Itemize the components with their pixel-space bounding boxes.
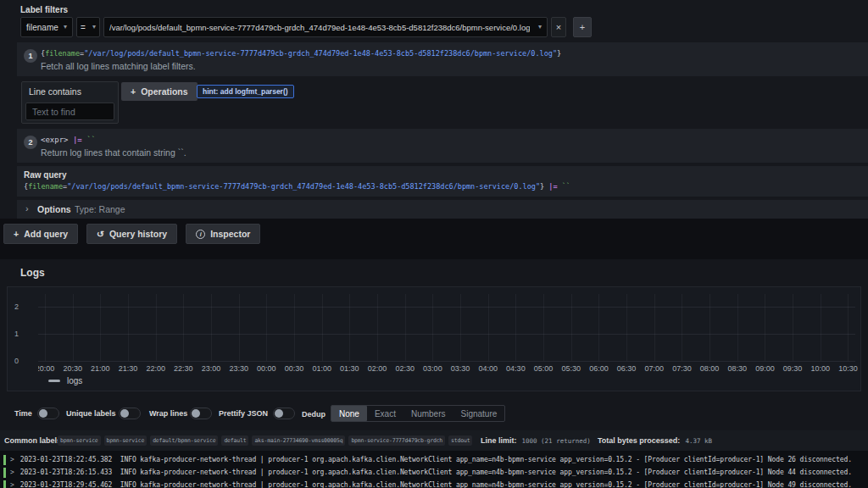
x-axis-tick: 10:00 bbox=[810, 364, 830, 373]
line-limit-label: Line limit: bbox=[481, 436, 517, 445]
add-query-button[interactable]: + Add query bbox=[3, 224, 78, 244]
x-axis-tick: 05:00 bbox=[534, 364, 554, 373]
x-axis-tick: 22:30 bbox=[174, 364, 193, 373]
prettify-json-toggle-label: Prettify JSON bbox=[219, 409, 268, 418]
expand-row-icon[interactable]: > bbox=[10, 481, 14, 488]
x-axis-tick: 02:30 bbox=[395, 364, 415, 373]
label-filters-title: Label filters bbox=[20, 5, 68, 14]
logs-panel: Logs 2 1 0 20:0020:3021:0021:3022:0022:3… bbox=[0, 259, 868, 488]
code-label-key: filename bbox=[28, 182, 63, 191]
gridline bbox=[266, 294, 267, 361]
gridline bbox=[156, 294, 157, 361]
explain-step-1: 1 {filename="/var/log/pods/default_bpmn-… bbox=[17, 42, 868, 76]
common-labels-label: Common labels: bbox=[4, 436, 64, 445]
info-icon: i bbox=[196, 230, 205, 239]
explain-step-1-code: {filename="/var/log/pods/default_bpmn-se… bbox=[41, 49, 561, 58]
common-label-chip: bpmn-service-7777d479cb-grdch bbox=[348, 435, 445, 446]
dedup-option-none[interactable]: None bbox=[331, 406, 367, 421]
gridline bbox=[432, 294, 433, 361]
label-value-select[interactable]: /var/log/pods/default_bpmn-service-7777d… bbox=[103, 17, 548, 37]
dedup-option-exact[interactable]: Exact bbox=[367, 406, 403, 421]
hint-text: hint: add logfmt_parser() bbox=[203, 87, 288, 96]
dedup-option-numbers[interactable]: Numbers bbox=[403, 406, 453, 421]
step-number-badge: 1 bbox=[24, 49, 37, 63]
gridline bbox=[211, 294, 212, 361]
wrap-lines-toggle-label: Wrap lines bbox=[149, 409, 187, 418]
gridline bbox=[377, 294, 378, 361]
x-axis-tick: 09:00 bbox=[755, 364, 775, 373]
gridline bbox=[488, 294, 489, 361]
gridline bbox=[349, 294, 350, 361]
options-collapse-row[interactable]: › Options Type: Range bbox=[17, 200, 868, 219]
options-type: Type: Range bbox=[75, 204, 125, 214]
prettify-json-toggle[interactable] bbox=[273, 408, 295, 419]
code-backticks: `` bbox=[86, 136, 96, 144]
unique-labels-toggle[interactable] bbox=[119, 408, 141, 419]
dedup-option-signature[interactable]: Signature bbox=[453, 406, 505, 421]
y-axis-tick: 1 bbox=[14, 330, 19, 338]
editor-toolbar: + Add query ↺ Query history i Inspector bbox=[3, 224, 260, 244]
log-rows-list: >2023-01-23T18:22:45.382 INFO kafka-prod… bbox=[0, 451, 868, 488]
query-hint-badge[interactable]: hint: add logfmt_parser() bbox=[197, 85, 294, 98]
x-axis-tick: 21:30 bbox=[119, 364, 138, 373]
common-label-chip: bpmn-service bbox=[58, 435, 101, 446]
time-toggle[interactable] bbox=[37, 408, 59, 419]
bytes-processed-label: Total bytes processed: bbox=[598, 436, 680, 445]
log-row-text: 2023-01-23T18:29:45.462 INFO kafka-produ… bbox=[20, 481, 852, 488]
raw-query-title: Raw query bbox=[24, 170, 67, 180]
logs-panel-title: Logs bbox=[20, 267, 45, 279]
x-axis-tick: 04:30 bbox=[506, 364, 526, 373]
x-axis-tick: 01:00 bbox=[312, 364, 331, 373]
x-axis-tick: 07:00 bbox=[644, 364, 664, 373]
x-axis-tick: 05:30 bbox=[561, 364, 581, 373]
explain-step-2: 2 <expr> |= `` Return log lines that con… bbox=[17, 129, 868, 163]
label-key-select[interactable]: filename ▾ bbox=[20, 17, 73, 37]
x-axis-tick: 22:00 bbox=[146, 364, 165, 373]
label-value-text: /var/log/pods/default_bpmn-service-7777d… bbox=[109, 23, 530, 32]
explain-step-2-description: Return log lines that contain string ``. bbox=[41, 147, 186, 158]
query-history-button[interactable]: ↺ Query history bbox=[86, 224, 177, 244]
v-gridlines bbox=[38, 294, 861, 361]
remove-filter-button[interactable]: × bbox=[551, 17, 566, 37]
query-history-label: Query history bbox=[109, 229, 167, 239]
gridline bbox=[45, 294, 46, 361]
common-label-chip: default/bpmn-service bbox=[150, 435, 218, 446]
log-row[interactable]: >2023-01-23T18:26:15.433 INFO kafka-prod… bbox=[0, 466, 868, 479]
log-level-indicator bbox=[3, 468, 6, 478]
log-level-indicator bbox=[3, 455, 6, 465]
add-filter-button[interactable]: + bbox=[573, 17, 592, 37]
text-to-find-input[interactable] bbox=[25, 103, 114, 120]
legend-series-label: logs bbox=[67, 376, 82, 385]
operations-button[interactable]: + Operations bbox=[121, 82, 198, 101]
x-axis-tick: 06:00 bbox=[589, 364, 609, 373]
code-string: "/var/log/pods/default_bpmn-service-7777… bbox=[67, 182, 540, 191]
add-query-label: Add query bbox=[24, 229, 68, 239]
code-string: "/var/log/pods/default_bpmn-service-7777… bbox=[84, 49, 557, 58]
gridline bbox=[38, 361, 855, 362]
expand-row-icon[interactable]: > bbox=[10, 469, 14, 476]
x-axis-tick: 08:30 bbox=[727, 364, 747, 373]
log-level-indicator bbox=[3, 480, 6, 488]
code-expr: <expr> bbox=[41, 136, 69, 144]
raw-query-section: Raw query {filename="/var/log/pods/defau… bbox=[17, 166, 868, 197]
operation-line-contains: Line contains bbox=[21, 81, 119, 124]
expand-row-icon[interactable]: > bbox=[10, 456, 14, 463]
options-label: Options bbox=[37, 204, 71, 214]
chart-legend[interactable]: logs bbox=[48, 376, 82, 385]
x-axis-labels: 20:0020:3021:0021:3022:0022:3023:0023:30… bbox=[38, 364, 861, 374]
gridline bbox=[654, 294, 655, 361]
common-label-chip: bpmn-service bbox=[104, 435, 147, 446]
gridline bbox=[183, 294, 184, 361]
x-axis-tick: 00:00 bbox=[257, 364, 276, 373]
plus-icon: + bbox=[14, 229, 19, 239]
wrap-lines-toggle[interactable] bbox=[190, 408, 212, 419]
x-axis-tick: 21:00 bbox=[91, 364, 110, 373]
log-row[interactable]: >2023-01-23T18:29:45.462 INFO kafka-prod… bbox=[0, 479, 868, 488]
log-row[interactable]: >2023-01-23T18:22:45.382 INFO kafka-prod… bbox=[0, 453, 868, 466]
logs-meta-bar: Common labels: bpmn-servicebpmn-serviced… bbox=[0, 430, 868, 451]
gridline bbox=[848, 294, 849, 361]
gridline bbox=[737, 294, 738, 361]
inspector-button[interactable]: i Inspector bbox=[186, 224, 260, 244]
label-operator-select[interactable]: = ▾ bbox=[76, 17, 100, 37]
chevron-down-icon: ▾ bbox=[89, 24, 96, 30]
